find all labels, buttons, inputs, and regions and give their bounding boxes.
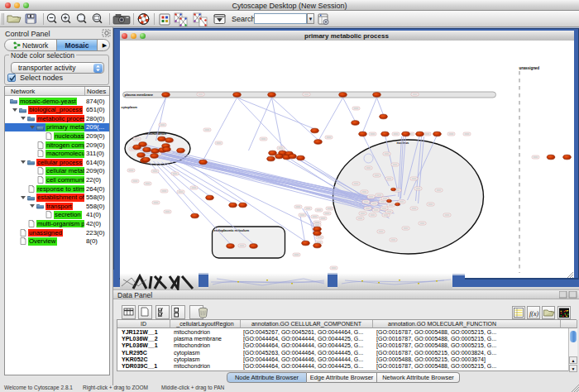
svg-text:plasma membrane: plasma membrane [124,93,153,97]
svg-text:mitochondrion: mitochondrion [143,131,166,136]
svg-text:cytoplasm: cytoplasm [121,105,137,109]
svg-text:unassigned: unassigned [519,66,539,70]
svg-text:f(x): f(x) [529,310,538,318]
